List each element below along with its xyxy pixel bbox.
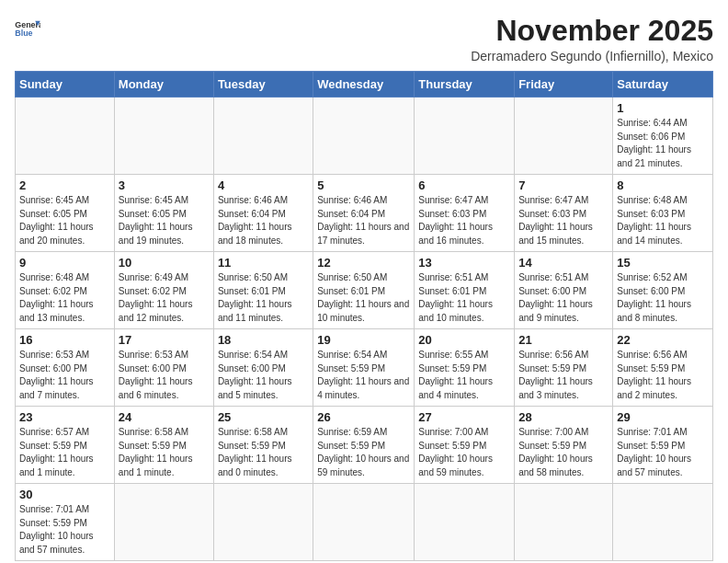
svg-text:Blue: Blue: [15, 29, 32, 38]
calendar-cell: 6Sunrise: 6:47 AM Sunset: 6:03 PM Daylig…: [415, 175, 515, 252]
calendar-cell: [16, 98, 115, 175]
calendar-cell: 26Sunrise: 6:59 AM Sunset: 5:59 PM Dayli…: [313, 407, 415, 484]
day-info: Sunrise: 6:45 AM Sunset: 6:05 PM Dayligh…: [119, 194, 210, 247]
page-title: November 2025: [471, 15, 713, 47]
weekday-header-friday: Friday: [515, 72, 613, 98]
day-number: 20: [418, 333, 510, 347]
calendar-cell: 10Sunrise: 6:49 AM Sunset: 6:02 PM Dayli…: [114, 252, 213, 329]
calendar-cell: [515, 484, 613, 561]
calendar-cell: [213, 484, 313, 561]
day-info: Sunrise: 6:53 AM Sunset: 6:00 PM Dayligh…: [19, 349, 110, 402]
day-info: Sunrise: 7:01 AM Sunset: 5:59 PM Dayligh…: [19, 503, 110, 557]
calendar-cell: 20Sunrise: 6:55 AM Sunset: 5:59 PM Dayli…: [415, 329, 515, 407]
day-info: Sunrise: 6:46 AM Sunset: 6:04 PM Dayligh…: [218, 194, 309, 247]
day-info: Sunrise: 6:55 AM Sunset: 5:59 PM Dayligh…: [418, 349, 510, 402]
day-number: 15: [617, 256, 709, 270]
day-info: Sunrise: 6:58 AM Sunset: 5:59 PM Dayligh…: [119, 426, 210, 479]
day-number: 24: [119, 410, 210, 424]
calendar-cell: [515, 98, 613, 175]
calendar-cell: 11Sunrise: 6:50 AM Sunset: 6:01 PM Dayli…: [213, 252, 313, 329]
day-info: Sunrise: 6:54 AM Sunset: 5:59 PM Dayligh…: [317, 349, 410, 402]
day-info: Sunrise: 6:53 AM Sunset: 6:00 PM Dayligh…: [119, 349, 210, 402]
header: General Blue November 2025 Derramadero S…: [15, 15, 713, 63]
day-number: 12: [317, 256, 410, 270]
calendar-week-5: 23Sunrise: 6:57 AM Sunset: 5:59 PM Dayli…: [16, 407, 713, 484]
weekday-header-saturday: Saturday: [613, 72, 713, 98]
calendar-cell: 28Sunrise: 7:00 AM Sunset: 5:59 PM Dayli…: [515, 407, 613, 484]
calendar-cell: [213, 98, 313, 175]
day-number: 25: [218, 410, 309, 424]
day-number: 22: [617, 333, 709, 347]
calendar-week-4: 16Sunrise: 6:53 AM Sunset: 6:00 PM Dayli…: [16, 329, 713, 407]
page-subtitle: Derramadero Segundo (Infiernillo), Mexic…: [471, 49, 713, 63]
day-number: 11: [218, 256, 309, 270]
day-info: Sunrise: 6:47 AM Sunset: 6:03 PM Dayligh…: [518, 194, 609, 247]
calendar-cell: 14Sunrise: 6:51 AM Sunset: 6:00 PM Dayli…: [515, 252, 613, 329]
day-info: Sunrise: 6:46 AM Sunset: 6:04 PM Dayligh…: [317, 194, 410, 247]
day-number: 16: [19, 333, 110, 347]
calendar-cell: 19Sunrise: 6:54 AM Sunset: 5:59 PM Dayli…: [313, 329, 415, 407]
day-number: 28: [518, 410, 609, 424]
day-info: Sunrise: 6:48 AM Sunset: 6:03 PM Dayligh…: [617, 194, 709, 247]
day-number: 7: [518, 178, 609, 192]
calendar-cell: 24Sunrise: 6:58 AM Sunset: 5:59 PM Dayli…: [114, 407, 213, 484]
day-info: Sunrise: 6:48 AM Sunset: 6:02 PM Dayligh…: [19, 271, 110, 325]
logo-icon: General Blue: [15, 18, 40, 39]
calendar-cell: 3Sunrise: 6:45 AM Sunset: 6:05 PM Daylig…: [114, 175, 213, 252]
day-info: Sunrise: 6:44 AM Sunset: 6:06 PM Dayligh…: [617, 117, 709, 170]
calendar-week-3: 9Sunrise: 6:48 AM Sunset: 6:02 PM Daylig…: [16, 252, 713, 329]
calendar-cell: [313, 98, 415, 175]
logo: General Blue: [15, 18, 40, 39]
weekday-header-row: SundayMondayTuesdayWednesdayThursdayFrid…: [16, 72, 713, 98]
day-info: Sunrise: 6:54 AM Sunset: 6:00 PM Dayligh…: [218, 349, 309, 402]
calendar-cell: 27Sunrise: 7:00 AM Sunset: 5:59 PM Dayli…: [415, 407, 515, 484]
day-info: Sunrise: 7:00 AM Sunset: 5:59 PM Dayligh…: [418, 426, 510, 479]
day-number: 13: [418, 256, 510, 270]
day-info: Sunrise: 6:51 AM Sunset: 6:01 PM Dayligh…: [418, 271, 510, 325]
calendar-cell: 7Sunrise: 6:47 AM Sunset: 6:03 PM Daylig…: [515, 175, 613, 252]
weekday-header-tuesday: Tuesday: [213, 72, 313, 98]
day-number: 21: [518, 333, 609, 347]
calendar-cell: 13Sunrise: 6:51 AM Sunset: 6:01 PM Dayli…: [415, 252, 515, 329]
day-number: 4: [218, 178, 309, 192]
day-info: Sunrise: 6:50 AM Sunset: 6:01 PM Dayligh…: [218, 271, 309, 325]
weekday-header-sunday: Sunday: [16, 72, 115, 98]
calendar: SundayMondayTuesdayWednesdayThursdayFrid…: [15, 71, 713, 561]
day-number: 1: [617, 101, 709, 115]
calendar-cell: 30Sunrise: 7:01 AM Sunset: 5:59 PM Dayli…: [16, 484, 115, 561]
day-number: 10: [119, 256, 210, 270]
calendar-cell: 8Sunrise: 6:48 AM Sunset: 6:03 PM Daylig…: [613, 175, 713, 252]
calendar-cell: 5Sunrise: 6:46 AM Sunset: 6:04 PM Daylig…: [313, 175, 415, 252]
day-info: Sunrise: 6:56 AM Sunset: 5:59 PM Dayligh…: [518, 349, 609, 402]
day-number: 26: [317, 410, 410, 424]
calendar-cell: [313, 484, 415, 561]
calendar-cell: 18Sunrise: 6:54 AM Sunset: 6:00 PM Dayli…: [213, 329, 313, 407]
calendar-week-2: 2Sunrise: 6:45 AM Sunset: 6:05 PM Daylig…: [16, 175, 713, 252]
day-number: 9: [19, 256, 110, 270]
day-number: 30: [19, 488, 110, 501]
day-number: 6: [418, 178, 510, 192]
calendar-cell: 9Sunrise: 6:48 AM Sunset: 6:02 PM Daylig…: [16, 252, 115, 329]
calendar-cell: [415, 484, 515, 561]
day-number: 27: [418, 410, 510, 424]
calendar-week-1: 1Sunrise: 6:44 AM Sunset: 6:06 PM Daylig…: [16, 98, 713, 175]
day-info: Sunrise: 6:52 AM Sunset: 6:00 PM Dayligh…: [617, 271, 709, 325]
calendar-cell: 25Sunrise: 6:58 AM Sunset: 5:59 PM Dayli…: [213, 407, 313, 484]
calendar-cell: 1Sunrise: 6:44 AM Sunset: 6:06 PM Daylig…: [613, 98, 713, 175]
day-number: 3: [119, 178, 210, 192]
day-number: 17: [119, 333, 210, 347]
weekday-header-monday: Monday: [114, 72, 213, 98]
day-info: Sunrise: 6:50 AM Sunset: 6:01 PM Dayligh…: [317, 271, 410, 325]
day-number: 14: [518, 256, 609, 270]
day-info: Sunrise: 6:45 AM Sunset: 6:05 PM Dayligh…: [19, 194, 110, 247]
calendar-cell: [415, 98, 515, 175]
calendar-cell: 21Sunrise: 6:56 AM Sunset: 5:59 PM Dayli…: [515, 329, 613, 407]
title-section: November 2025 Derramadero Segundo (Infie…: [471, 15, 713, 63]
calendar-cell: 12Sunrise: 6:50 AM Sunset: 6:01 PM Dayli…: [313, 252, 415, 329]
calendar-cell: [613, 484, 713, 561]
weekday-header-wednesday: Wednesday: [313, 72, 415, 98]
calendar-cell: 4Sunrise: 6:46 AM Sunset: 6:04 PM Daylig…: [213, 175, 313, 252]
day-info: Sunrise: 7:00 AM Sunset: 5:59 PM Dayligh…: [518, 426, 609, 479]
calendar-cell: 15Sunrise: 6:52 AM Sunset: 6:00 PM Dayli…: [613, 252, 713, 329]
calendar-cell: 17Sunrise: 6:53 AM Sunset: 6:00 PM Dayli…: [114, 329, 213, 407]
